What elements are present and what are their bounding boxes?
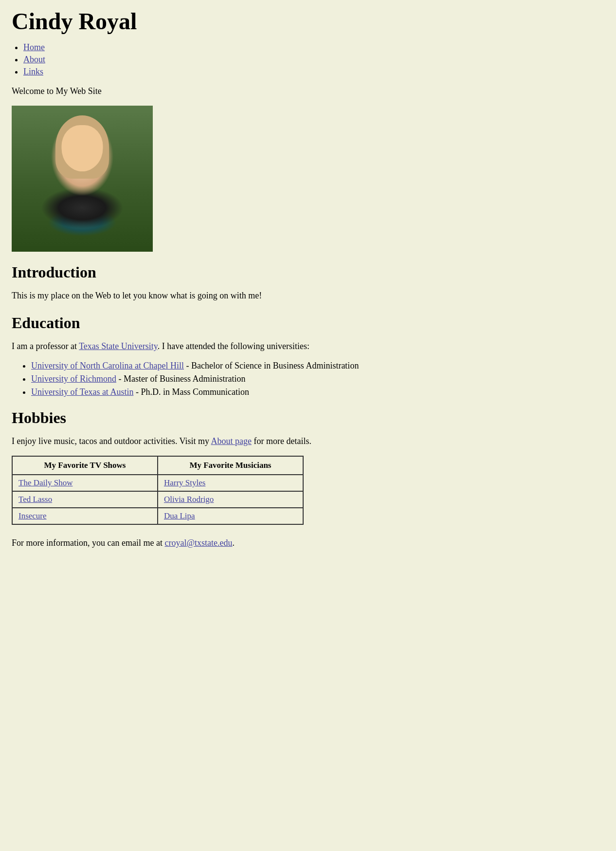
education-intro: I am a professor at Texas State Universi… [12, 340, 455, 353]
texas-state-link[interactable]: Texas State University [79, 341, 158, 351]
list-item: University of North Carolina at Chapel H… [31, 361, 455, 371]
list-item: University of Texas at Austin - Ph.D. in… [31, 387, 455, 397]
musician-cell: Harry Styles [158, 475, 303, 491]
hobbies-prefix: I enjoy live music, tacos and outdoor ac… [12, 436, 211, 446]
show-cell: The Daily Show [12, 475, 158, 491]
about-page-link[interactable]: About page [211, 436, 252, 446]
intro-heading: Introduction [12, 263, 455, 281]
musician-cell: Dua Lipa [158, 508, 303, 524]
list-item: University of Richmond - Master of Busin… [31, 374, 455, 384]
musician-link-2[interactable]: Olivia Rodrigo [164, 495, 214, 504]
profile-photo [12, 106, 153, 252]
education-heading: Education [12, 314, 455, 332]
page-title: Cindy Royal [12, 8, 455, 35]
richmond-link[interactable]: University of Richmond [31, 374, 116, 384]
footer-text: For more information, you can email me a… [12, 536, 455, 550]
education-intro-text: I am a professor at [12, 341, 79, 351]
hobbies-suffix: for more details. [252, 436, 311, 446]
hobbies-heading: Hobbies [12, 409, 455, 427]
footer-prefix: For more information, you can email me a… [12, 538, 164, 548]
show-cell: Insecure [12, 508, 158, 524]
musician-cell: Olivia Rodrigo [158, 491, 303, 508]
show-link-2[interactable]: Ted Lasso [18, 495, 52, 504]
unc-degree: - Bachelor of Science in Business Admini… [184, 361, 359, 370]
welcome-text: Welcome to My Web Site [12, 85, 455, 98]
education-intro-suffix: . I have attended the following universi… [158, 341, 309, 351]
show-link-3[interactable]: Insecure [18, 511, 47, 520]
table-row: Ted Lasso Olivia Rodrigo [12, 491, 303, 508]
intro-text: This is my place on the Web to let you k… [12, 289, 455, 302]
musician-link-3[interactable]: Dua Lipa [164, 511, 195, 520]
nav-links-link[interactable]: Links [23, 67, 43, 76]
unc-link[interactable]: University of North Carolina at Chapel H… [31, 361, 184, 370]
col-musicians-header: My Favorite Musicians [158, 456, 303, 475]
email-link[interactable]: croyal@txstate.edu [164, 538, 232, 548]
ut-degree: - Ph.D. in Mass Communication [133, 387, 249, 397]
show-link-1[interactable]: The Daily Show [18, 478, 72, 487]
nav-about-link[interactable]: About [23, 55, 45, 64]
musician-link-1[interactable]: Harry Styles [164, 478, 205, 487]
favorites-table: My Favorite TV Shows My Favorite Musicia… [12, 456, 304, 525]
col-shows-header: My Favorite TV Shows [12, 456, 158, 475]
navigation: Home About Links [12, 42, 455, 77]
footer-suffix: . [232, 538, 235, 548]
nav-home-link[interactable]: Home [23, 42, 45, 52]
table-row: Insecure Dua Lipa [12, 508, 303, 524]
universities-list: University of North Carolina at Chapel H… [31, 361, 455, 397]
richmond-degree: - Master of Business Administration [116, 374, 245, 384]
ut-austin-link[interactable]: University of Texas at Austin [31, 387, 133, 397]
show-cell: Ted Lasso [12, 491, 158, 508]
table-row: The Daily Show Harry Styles [12, 475, 303, 491]
hobbies-text: I enjoy live music, tacos and outdoor ac… [12, 435, 455, 448]
